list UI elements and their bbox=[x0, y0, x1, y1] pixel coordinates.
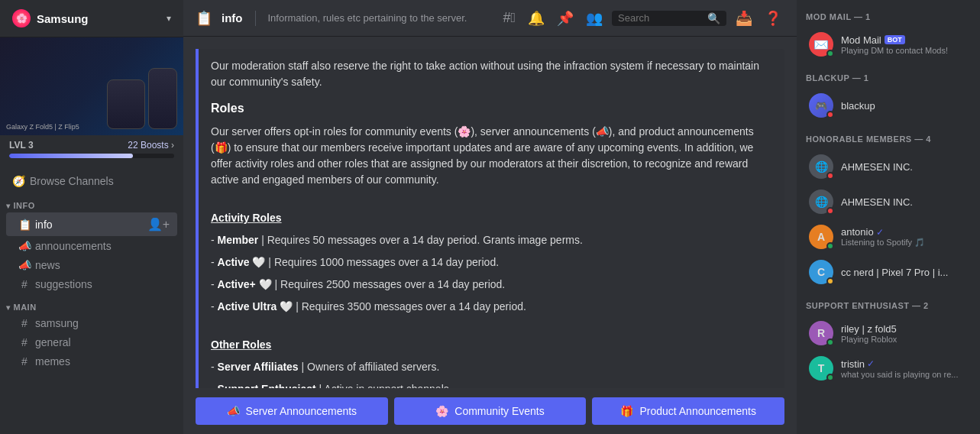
tristin-info: tristin ✓ what you said is playing on re… bbox=[841, 358, 968, 379]
ahmesen2-avatar: 🌐 bbox=[809, 189, 833, 214]
channel-type-icon: 📋 bbox=[196, 10, 212, 27]
product-announcements-button[interactable]: 🎁 Product Announcements bbox=[592, 397, 784, 425]
channel-announcements[interactable]: 📣 announcements bbox=[6, 237, 177, 255]
antonio-status: Listening to Spotify 🎵 bbox=[841, 238, 968, 248]
inbox-icon[interactable]: 📥 bbox=[733, 7, 755, 30]
channel-name-header: info bbox=[222, 11, 243, 24]
channel-suggestions-name: suggestions bbox=[35, 278, 92, 290]
riley-avatar: R bbox=[809, 321, 833, 345]
antonio-name-row: antonio ✓ bbox=[841, 226, 968, 238]
cc-nerd-info: cc nerd | Pixel 7 Pro | i... bbox=[841, 266, 968, 278]
riley-status: Playing Roblox bbox=[841, 335, 968, 344]
boost-progress-bar bbox=[9, 154, 174, 158]
riley-info: riley | z fold5 Playing Roblox bbox=[841, 322, 968, 344]
hash-icon-2: # bbox=[18, 317, 31, 329]
ahmesen1-info: AHMESEN INC. bbox=[841, 160, 968, 173]
browse-channels-button[interactable]: 🧭 Browse Channels bbox=[0, 170, 183, 192]
channel-samsung-name: samsung bbox=[35, 317, 79, 329]
channel-news[interactable]: 📣 news bbox=[6, 256, 177, 274]
add-member-icon[interactable]: 👤+ bbox=[146, 215, 171, 233]
search-input[interactable] bbox=[618, 12, 703, 24]
antonio-dot bbox=[826, 242, 834, 250]
cc-nerd-name: cc nerd | Pixel 7 Pro | i... bbox=[841, 267, 948, 278]
boost-count[interactable]: 22 Boosts › bbox=[128, 140, 174, 151]
member-antonio[interactable]: A antonio ✓ Listening to Spotify 🎵 bbox=[806, 220, 971, 254]
events-label: Community Events bbox=[454, 405, 544, 417]
section-info-label: INFO bbox=[14, 201, 35, 210]
riley-dot bbox=[826, 338, 834, 346]
header-divider bbox=[255, 11, 256, 26]
mod-mail-name-row: Mod Mail BOT bbox=[841, 34, 968, 46]
channel-info[interactable]: 📋 info 👤+ bbox=[6, 212, 177, 236]
member-cc-nerd[interactable]: C cc nerd | Pixel 7 Pro | i... bbox=[806, 255, 971, 289]
channel-news-name: news bbox=[35, 259, 60, 271]
mod-mail-status: Playing DM to contact Mods! bbox=[841, 46, 968, 55]
community-events-button[interactable]: 🌸 Community Events bbox=[394, 397, 587, 425]
phone-wide bbox=[107, 79, 145, 129]
messages-area[interactable]: Our moderation staff also reserve the ri… bbox=[183, 37, 797, 388]
boost-info: LVL 3 22 Boosts › bbox=[9, 140, 174, 151]
chevron-icon-2: ▾ bbox=[6, 303, 11, 312]
search-icon: 🔍 bbox=[707, 12, 720, 24]
section-blackup: BLACKUP — 1 🎮 blackup bbox=[806, 73, 971, 122]
ahmesen2-name: AHMESEN INC. bbox=[841, 196, 913, 208]
phone-tall bbox=[148, 68, 177, 129]
help-icon[interactable]: ❓ bbox=[762, 7, 784, 30]
compass-icon: 🧭 bbox=[12, 175, 25, 187]
tristin-avatar: T bbox=[809, 356, 833, 381]
member-ahmesen-2[interactable]: 🌐 AHMESEN INC. bbox=[806, 185, 971, 219]
member-riley[interactable]: R riley | z fold5 Playing Roblox bbox=[806, 316, 971, 350]
ahmesen2-info: AHMESEN INC. bbox=[841, 196, 968, 208]
channel-header: 📋 info Information, rules etc pertaining… bbox=[183, 0, 797, 37]
server-announcements-button[interactable]: 📣 Server Announcements bbox=[196, 397, 388, 425]
channel-general[interactable]: # general bbox=[6, 333, 177, 351]
hash-icon-4: # bbox=[18, 355, 31, 368]
section-info[interactable]: ▾ INFO bbox=[0, 198, 183, 212]
channel-samsung[interactable]: # samsung bbox=[6, 314, 177, 332]
channel-suggestions[interactable]: # suggestions bbox=[6, 275, 177, 293]
server-banner: Galaxy Z Fold5 | Z Flip5 bbox=[0, 37, 183, 135]
ahmesen1-name: AHMESEN INC. bbox=[841, 161, 913, 173]
cc-nerd-avatar: C bbox=[809, 260, 833, 284]
product-label: Product Announcements bbox=[639, 405, 756, 417]
member-blackup[interactable]: 🎮 blackup bbox=[806, 89, 971, 122]
server-name: Samsung bbox=[37, 12, 89, 25]
antonio-avatar: A bbox=[809, 225, 833, 249]
hash-icon-3: # bbox=[18, 336, 31, 348]
cc-nerd-dot bbox=[826, 277, 834, 285]
chevron-icon: ▾ bbox=[6, 202, 11, 210]
megaphone-icon: 📣 bbox=[18, 240, 31, 252]
bot-badge: BOT bbox=[885, 35, 905, 44]
blackup-title: BLACKUP — 1 bbox=[806, 73, 971, 83]
members-icon[interactable]: 👥 bbox=[583, 7, 606, 30]
announcements-emoji: 📣 bbox=[227, 405, 240, 417]
riley-name: riley | z fold5 bbox=[841, 323, 897, 335]
message-text: Our moderation staff also reserve the ri… bbox=[211, 49, 772, 388]
section-main[interactable]: ▾ MAIN bbox=[0, 300, 183, 313]
tristin-status: what you said is playing on re... bbox=[841, 370, 968, 379]
browse-channels-label: Browse Channels bbox=[30, 175, 114, 187]
channel-memes-name: memes bbox=[35, 355, 70, 368]
server-header-left: 🌸 Samsung bbox=[12, 9, 89, 28]
product-emoji: 🎁 bbox=[620, 405, 633, 417]
section-support: SUPPORT ENTHUSIAST — 2 R riley | z fold5… bbox=[806, 301, 971, 385]
tristin-name-row: tristin ✓ bbox=[841, 358, 968, 370]
member-tristin[interactable]: T tristin ✓ what you said is playing on … bbox=[806, 351, 971, 385]
mod-mail-name: Mod Mail bbox=[841, 34, 881, 46]
server-icon: 🌸 bbox=[12, 9, 31, 28]
member-mod-mail[interactable]: ✉️ Mod Mail BOT Playing DM to contact Mo… bbox=[806, 28, 971, 61]
bottom-buttons: 📣 Server Announcements 🌸 Community Event… bbox=[183, 388, 797, 434]
banner-phones bbox=[0, 37, 183, 135]
channel-memes[interactable]: # memes bbox=[6, 352, 177, 371]
search-bar[interactable]: 🔍 bbox=[612, 11, 726, 26]
member-ahmesen-1[interactable]: 🌐 AHMESEN INC. bbox=[806, 150, 971, 183]
pins-icon[interactable]: 📌 bbox=[554, 7, 577, 30]
verified-icon: ✓ bbox=[876, 227, 884, 238]
main-content: 📋 info Information, rules etc pertaining… bbox=[183, 0, 797, 434]
tristin-dot bbox=[826, 374, 834, 381]
server-header[interactable]: 🌸 Samsung ▾ bbox=[0, 0, 183, 37]
section-main-label: MAIN bbox=[14, 303, 37, 312]
notifications-icon[interactable]: 🔔 bbox=[525, 7, 548, 30]
header-actions: #⃣ 🔔 📌 👥 🔍 📥 ❓ bbox=[500, 7, 784, 30]
threads-icon[interactable]: #⃣ bbox=[500, 7, 519, 29]
